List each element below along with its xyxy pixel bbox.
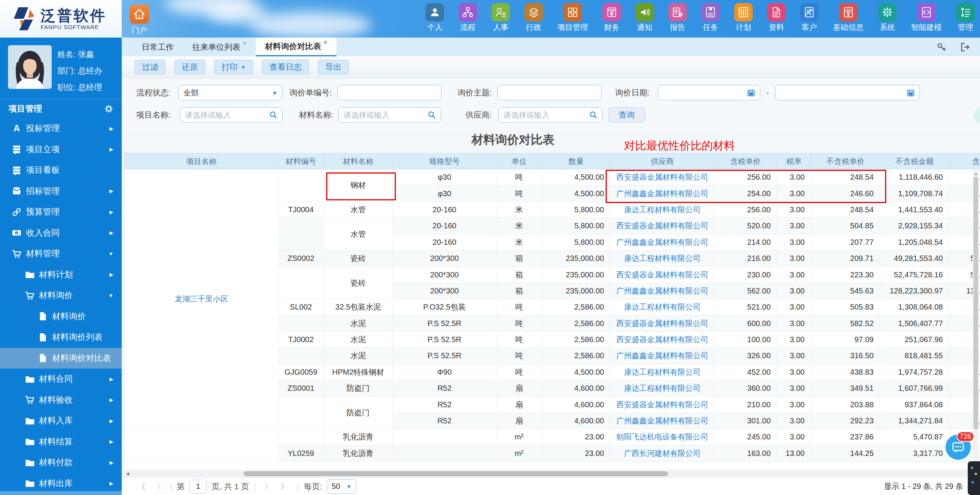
sidebar-item[interactable]: 材料计划▶ bbox=[0, 264, 122, 285]
date-to-input[interactable] bbox=[775, 85, 920, 100]
supplier-cell[interactable]: 西安盛器金属材料有限公司 bbox=[611, 267, 714, 283]
sidebar-item[interactable]: 材料结算▶ bbox=[0, 431, 122, 452]
project-input[interactable]: 请选择或输入 bbox=[180, 107, 283, 123]
column-header[interactable]: 单位 bbox=[497, 154, 542, 169]
date-from-input[interactable] bbox=[658, 85, 760, 100]
supplier-cell[interactable]: 康达工程材料有限公司 bbox=[611, 299, 714, 315]
supplier-input[interactable]: 请选择或输入 bbox=[498, 107, 603, 123]
nav-item-sliders[interactable]: 计划 bbox=[734, 3, 753, 33]
sidebar-item[interactable]: 材料入库▶ bbox=[0, 410, 122, 431]
per-page-select[interactable]: 50▼ bbox=[327, 479, 356, 494]
toolbar-button[interactable]: 导出 bbox=[318, 60, 349, 74]
gear-icon[interactable] bbox=[104, 104, 113, 113]
sidebar-item[interactable]: A投标管理▶ bbox=[0, 118, 122, 139]
key-icon[interactable] bbox=[936, 42, 946, 52]
nav-item-yen-box[interactable]: 财务 bbox=[603, 3, 621, 33]
supplier-cell[interactable]: 西安盛器金属材料有限公司 bbox=[611, 218, 714, 234]
nav-item-person[interactable]: 个人 bbox=[426, 3, 444, 33]
column-header[interactable]: 项目名称 bbox=[125, 154, 278, 169]
sidebar-item[interactable]: 材料询价 bbox=[0, 306, 122, 327]
column-header[interactable]: 不含税金额 bbox=[880, 154, 949, 169]
nav-item-task[interactable]: 任务 bbox=[701, 3, 720, 33]
first-page-button[interactable]: 《 bbox=[137, 481, 145, 492]
logout-icon[interactable] bbox=[960, 42, 970, 52]
supplier-cell[interactable]: 西安盛器金属材料有限公司 bbox=[611, 315, 714, 331]
tab-active[interactable]: 材料询价对比表× bbox=[256, 38, 336, 56]
column-header[interactable]: 材料名称 bbox=[324, 154, 393, 169]
portal-button[interactable]: 门户 bbox=[128, 5, 151, 36]
avatar[interactable] bbox=[8, 45, 52, 89]
tab-item[interactable]: 日常工作 bbox=[132, 38, 183, 56]
column-header[interactable]: 含税单价 bbox=[714, 154, 777, 169]
column-header[interactable]: 规格型号 bbox=[393, 154, 497, 169]
nav-item-gear[interactable]: 系统 bbox=[878, 3, 897, 33]
tab-item[interactable]: 往来单位列表× bbox=[183, 38, 256, 56]
prev-page-button[interactable]: 〈 bbox=[153, 481, 162, 492]
sidebar-item[interactable]: 材料询价对比表 bbox=[0, 348, 122, 369]
next-page-button[interactable]: 〉 bbox=[264, 481, 273, 492]
column-header[interactable]: 税率 bbox=[777, 154, 811, 169]
sidebar-item[interactable]: 项目立项▶ bbox=[0, 139, 122, 160]
status-select[interactable]: 全部▼ bbox=[178, 85, 283, 100]
close-icon[interactable]: × bbox=[323, 39, 327, 46]
sidebar-item[interactable]: 材料询价▼ bbox=[0, 285, 122, 306]
sidebar-item[interactable]: 1收入合同▶ bbox=[0, 223, 122, 244]
nav-item-grid[interactable]: 项目管理 bbox=[557, 3, 588, 33]
supplier-cell[interactable]: 广西长河建材有限公司 bbox=[611, 445, 714, 461]
page-number-input[interactable]: 1 bbox=[189, 480, 207, 493]
nav-item-person-lines[interactable]: 人事 bbox=[492, 3, 510, 33]
project-cell[interactable]: 龙湖三千里小区 bbox=[125, 169, 278, 429]
nav-item-doc-mic[interactable]: 报告 bbox=[668, 3, 687, 33]
scroll-up-arrow[interactable]: ▲ bbox=[974, 171, 978, 176]
project-cell[interactable] bbox=[125, 429, 278, 462]
material-input[interactable]: 请选择或输入 bbox=[338, 107, 441, 123]
supplier-cell[interactable]: 广州鑫鑫金属材料有限公司 bbox=[611, 413, 714, 429]
supplier-cell[interactable]: 康达工程材料有限公司 bbox=[611, 202, 714, 218]
supplier-cell[interactable]: 广州鑫鑫金属材料有限公司 bbox=[611, 348, 714, 364]
toolbar-button[interactable]: 查看日志 bbox=[262, 60, 309, 74]
sidebar-item[interactable]: 材料验收▶ bbox=[0, 390, 122, 411]
nav-item-layers[interactable]: 行政 bbox=[524, 3, 543, 33]
column-header[interactable]: 供应商 bbox=[611, 154, 714, 169]
supplier-cell[interactable]: 康达工程材料有限公司 bbox=[611, 380, 714, 397]
vertical-scroll-thumb[interactable] bbox=[973, 177, 978, 429]
column-header[interactable]: 材料编号 bbox=[278, 154, 324, 169]
last-page-button[interactable]: 》 bbox=[280, 481, 289, 492]
search-button[interactable]: 查询 bbox=[608, 107, 645, 123]
supplier-cell[interactable]: 康达工程材料有限公司 bbox=[611, 250, 714, 266]
supplier-cell[interactable]: 朝阳飞达机电设备有限公司 bbox=[611, 429, 714, 445]
toolbar-button[interactable]: 打印▼ bbox=[214, 60, 253, 74]
sidebar-scrollbar[interactable] bbox=[0, 491, 122, 495]
sidebar-item[interactable]: 招标管理▶ bbox=[0, 181, 122, 202]
sidebar-item[interactable]: 材料管理▼ bbox=[0, 243, 122, 264]
nav-item-speaker[interactable]: 通知 bbox=[635, 3, 654, 33]
close-icon[interactable]: × bbox=[243, 39, 247, 47]
nav-item-list-arrows[interactable]: 管理 bbox=[956, 3, 975, 33]
sidebar-item[interactable]: 材料付款▶ bbox=[0, 452, 122, 473]
supplier-cell[interactable]: 广州鑫鑫金属材料有限公司 bbox=[611, 234, 714, 250]
nav-item-code[interactable]: 智能建模 bbox=[911, 3, 942, 33]
scroll-left-arrow[interactable]: ◀ bbox=[126, 471, 129, 476]
nav-item-doc-yen[interactable]: 基础信息 bbox=[833, 3, 864, 33]
nav-item-people-card[interactable]: 客户 bbox=[800, 3, 818, 33]
horizontal-scroll-thumb[interactable] bbox=[243, 471, 668, 476]
supplier-cell[interactable]: 康达工程材料有限公司 bbox=[611, 364, 714, 380]
inq-no-input[interactable] bbox=[337, 85, 441, 100]
sidebar-item[interactable]: 项目看板 bbox=[0, 160, 122, 181]
column-header[interactable]: 不含税单价 bbox=[811, 154, 880, 169]
nav-item-org[interactable]: 流程 bbox=[459, 3, 477, 33]
supplier-cell[interactable]: 广州鑫鑫金属材料有限公司 bbox=[611, 283, 714, 299]
topic-input[interactable] bbox=[497, 85, 601, 100]
column-header[interactable]: 数量 bbox=[542, 154, 611, 169]
nav-item-doc[interactable]: 资料 bbox=[767, 3, 786, 33]
toolbar-button[interactable]: 还原 bbox=[175, 60, 205, 74]
sidebar-item[interactable]: 材料出库▶ bbox=[0, 473, 122, 494]
table-row[interactable]: 乳化沥青m²23.00朝阳飞达机电设备有限公司245.003.00237.865… bbox=[125, 429, 980, 445]
column-header[interactable]: 含税金额 bbox=[949, 154, 980, 169]
toolbar-button[interactable]: 过滤 bbox=[135, 60, 165, 74]
sidebar-item[interactable]: 预算管理▶ bbox=[0, 202, 122, 223]
sidebar-item[interactable]: 材料合同▶ bbox=[0, 369, 122, 390]
sidebar-item[interactable]: 材料询价列表 bbox=[0, 327, 122, 348]
supplier-cell[interactable]: 西安盛器金属材料有限公司 bbox=[611, 397, 714, 413]
supplier-cell[interactable]: 西安盛器金属材料有限公司 bbox=[611, 331, 714, 347]
